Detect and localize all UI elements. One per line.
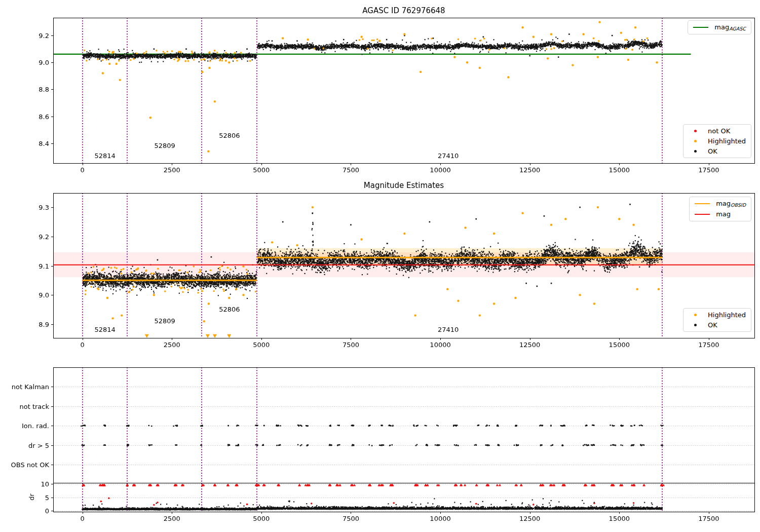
x-tick-label: 15000 (609, 341, 630, 349)
x-tick-label: 12500 (519, 515, 540, 522)
obsid-label: 52806 (219, 305, 240, 313)
x-tick-label: 2500 (164, 166, 180, 174)
legend-label: OK (708, 321, 717, 329)
obsid-label: 27410 (438, 325, 459, 333)
legend-label: magAGASC (714, 23, 746, 31)
x-tick-label: 10000 (430, 341, 450, 349)
obsid-label: 52814 (94, 151, 115, 159)
y-tick-label: 9.3 (39, 204, 49, 211)
legend-row: not OK (689, 127, 746, 135)
plot-title-top: AGASC ID 762976648 (362, 6, 445, 15)
x-tick-label: 7500 (343, 341, 359, 349)
flag-category-label: not Kalman (12, 383, 49, 391)
orange-dot-icon (689, 314, 702, 316)
legend-row: mag (695, 210, 746, 218)
legend-mag-agasc: magAGASC (688, 20, 751, 34)
legend-row: magOBSID (695, 200, 746, 208)
legend-label: not OK (708, 127, 730, 135)
legend-label: mag (716, 210, 731, 218)
legend-row: magAGASC (693, 23, 746, 31)
orange-dot-icon (689, 140, 702, 142)
y-tick-label: 9.2 (39, 233, 49, 240)
legend-label: Highlighted (708, 311, 746, 319)
x-tick-label: 10000 (430, 515, 450, 522)
dr-axis-label: dr (28, 493, 35, 501)
x-tick-label: 5000 (253, 341, 270, 349)
y-tick-label: 8.8 (39, 86, 49, 93)
x-tick-label: 15000 (609, 166, 630, 174)
legend-label: Highlighted (708, 137, 746, 145)
flag-category-label: dr > 5 (28, 441, 49, 449)
x-tick-label: 2500 (164, 515, 180, 522)
x-tick-label: 2500 (164, 341, 180, 349)
legend-mid-markers: Highlighted OK (683, 308, 751, 332)
x-tick-label: 5000 (253, 515, 270, 522)
x-tick-label: 12500 (519, 341, 540, 349)
legend-row: OK (689, 147, 746, 155)
x-tick-label: 0 (80, 515, 84, 522)
y-tick-label: 9.0 (39, 59, 49, 66)
dr-tick-label: 0 (45, 507, 49, 515)
obsid-label: 52806 (219, 131, 240, 139)
flag-category-label: OBS not OK (11, 461, 50, 469)
y-tick-label: 8.9 (39, 320, 49, 328)
x-tick-label: 10000 (430, 166, 450, 174)
obsid-label: 52809 (154, 141, 175, 149)
obsid-label: 52814 (94, 325, 115, 333)
figure: AGASC ID 762976648 Magnitude Estimates m… (0, 0, 760, 532)
figure-canvas (0, 0, 760, 532)
legend-label: magOBSID (716, 200, 746, 208)
x-tick-label: 7500 (343, 515, 359, 522)
y-tick-label: 8.6 (39, 112, 49, 120)
obsid-label: 52809 (154, 317, 175, 324)
x-tick-label: 17500 (698, 341, 719, 349)
black-dot-icon (689, 324, 702, 326)
green-line-swatch (693, 27, 708, 28)
orange-line-swatch (695, 203, 710, 204)
x-tick-label: 5000 (253, 166, 270, 174)
x-tick-label: 15000 (609, 515, 630, 522)
flag-category-label: not track (19, 402, 49, 410)
plot-title-middle: Magnitude Estimates (364, 181, 444, 190)
x-tick-label: 17500 (698, 166, 719, 174)
flag-category-label: Ion. rad. (22, 422, 49, 430)
legend-top-markers: not OK Highlighted OK (683, 124, 751, 158)
y-tick-label: 9.0 (39, 291, 49, 299)
x-tick-label: 0 (80, 341, 84, 349)
legend-row: OK (689, 321, 746, 329)
dr-tick-label: 10 (41, 480, 49, 488)
y-tick-label: 9.1 (39, 262, 49, 270)
black-dot-icon (689, 150, 702, 153)
legend-label: OK (708, 147, 717, 155)
legend-row: Highlighted (689, 311, 746, 319)
x-tick-label: 7500 (343, 166, 359, 174)
x-tick-label: 17500 (698, 515, 719, 522)
y-tick-label: 8.4 (39, 139, 49, 147)
obsid-label: 27410 (438, 151, 459, 159)
red-line-swatch (695, 214, 710, 215)
y-tick-label: 9.2 (39, 32, 49, 40)
red-dot-icon (689, 130, 702, 132)
x-tick-label: 0 (80, 166, 84, 174)
x-tick-label: 12500 (519, 166, 540, 174)
dr-tick-label: 5 (45, 493, 49, 501)
legend-row: Highlighted (689, 137, 746, 145)
legend-mag-obsid: magOBSID mag (689, 197, 751, 221)
